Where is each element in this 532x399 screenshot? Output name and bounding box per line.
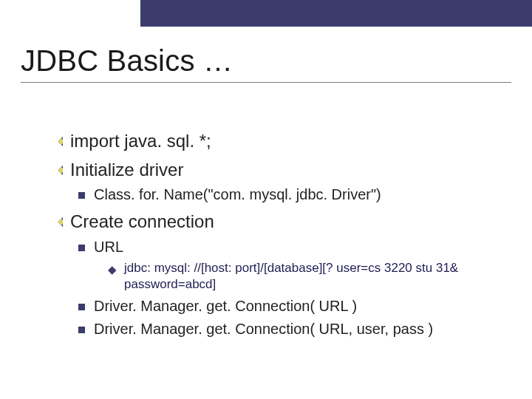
bullet-text: import java. sql. *;	[70, 130, 497, 153]
dot-bullet-icon: ◆	[108, 262, 117, 276]
slide-content: import java. sql. *; Initialize driver C…	[53, 124, 497, 342]
top-bar	[0, 0, 532, 27]
bullet-text: Initialize driver	[70, 159, 497, 182]
svg-rect-1	[58, 138, 64, 145]
title-underline	[21, 82, 511, 83]
diamond-bullet-icon	[53, 166, 63, 175]
top-bar-blank	[0, 0, 140, 27]
diamond-bullet-icon	[53, 217, 63, 227]
bullet-text: Class. for. Name("com. mysql. jdbc. Driv…	[94, 185, 497, 205]
bullet-text: Driver. Manager. get. Connection( URL, u…	[94, 320, 497, 339]
top-bar-fill	[140, 0, 532, 27]
slide-title: JDBC Basics …	[21, 44, 511, 78]
svg-rect-3	[58, 167, 64, 174]
square-bullet-icon	[78, 327, 85, 333]
diamond-bullet-icon	[53, 137, 63, 146]
bullet-lvl3: ◆ jdbc: mysql: //[host: port]/[database]…	[108, 260, 497, 293]
bullet-text: Create connection	[70, 211, 497, 233]
bullet-lvl2: Driver. Manager. get. Connection( URL, u…	[78, 320, 497, 339]
bullet-lvl2: Class. for. Name("com. mysql. jdbc. Driv…	[78, 185, 497, 205]
bullet-lvl2: Driver. Manager. get. Connection( URL )	[78, 297, 497, 316]
square-bullet-icon	[78, 245, 85, 251]
square-bullet-icon	[78, 304, 85, 310]
bullet-lvl1: Initialize driver	[53, 159, 497, 182]
bullet-lvl1: Create connection	[53, 211, 497, 233]
bullet-lvl2: URL	[78, 238, 497, 257]
square-bullet-icon	[78, 192, 85, 199]
slide: JDBC Basics … import java. sql. *; Initi…	[0, 0, 532, 399]
bullet-text: URL	[94, 238, 497, 257]
title-block: JDBC Basics …	[21, 44, 511, 83]
svg-rect-5	[58, 219, 64, 225]
bullet-text: Driver. Manager. get. Connection( URL )	[94, 297, 497, 316]
bullet-lvl1: import java. sql. *;	[53, 130, 497, 153]
bullet-text: jdbc: mysql: //[host: port]/[database][?…	[124, 260, 497, 293]
